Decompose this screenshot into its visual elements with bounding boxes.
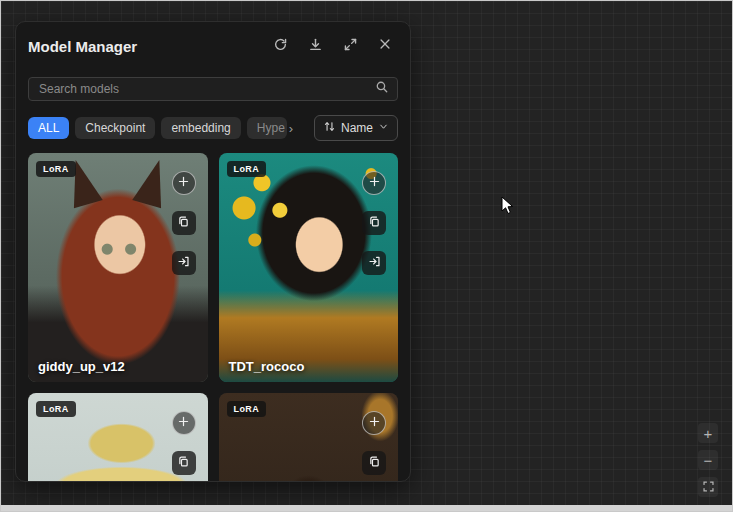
model-type-badge: LoRA <box>36 401 76 417</box>
copy-model-button[interactable] <box>172 451 196 475</box>
expand-button[interactable] <box>337 33 363 59</box>
zoom-in-button[interactable]: + <box>698 423 718 443</box>
plus-icon <box>368 414 381 432</box>
model-card-grid: LoRA giddy_up_v12 LoRA <box>28 153 398 482</box>
refresh-icon <box>273 37 288 56</box>
sort-icon <box>323 120 336 136</box>
fit-view-button[interactable] <box>698 477 718 497</box>
search-bar <box>28 77 398 101</box>
add-model-button[interactable] <box>362 171 386 195</box>
model-name: TDT_rococo <box>229 359 305 374</box>
chevron-down-icon <box>378 121 389 135</box>
download-button[interactable] <box>302 33 328 59</box>
copy-model-button[interactable] <box>362 211 386 235</box>
model-type-badge: LoRA <box>36 161 76 177</box>
panel-title: Model Manager <box>28 38 258 55</box>
copy-model-button[interactable] <box>172 211 196 235</box>
close-button[interactable] <box>372 33 398 59</box>
copy-icon <box>177 454 190 472</box>
filter-chip-all[interactable]: ALL <box>28 117 69 139</box>
add-model-button[interactable] <box>172 411 196 435</box>
filter-chip-hypernetwork[interactable]: Hype <box>247 117 287 139</box>
panel-header: Model Manager <box>28 22 398 70</box>
close-icon <box>378 37 392 55</box>
copy-model-button[interactable] <box>362 451 386 475</box>
copy-icon <box>177 214 190 232</box>
model-name: giddy_up_v12 <box>38 359 125 374</box>
model-manager-panel: Model Manager <box>15 21 411 482</box>
model-type-badge: LoRA <box>227 401 267 417</box>
expand-icon <box>343 37 358 56</box>
search-icon <box>375 80 389 98</box>
chips-overflow-arrow[interactable]: › <box>289 121 293 136</box>
model-card[interactable]: LoRA TDT_rococo <box>219 153 399 382</box>
filter-chip-checkpoint[interactable]: Checkpoint <box>75 117 155 139</box>
import-icon <box>368 254 381 272</box>
model-card[interactable]: LoRA giddy_up_v12 <box>28 153 208 382</box>
plus-icon <box>177 414 190 432</box>
refresh-button[interactable] <box>267 33 293 59</box>
app-window: Model Manager <box>0 0 733 512</box>
sort-label: Name <box>341 121 373 135</box>
add-model-button[interactable] <box>172 171 196 195</box>
add-model-button[interactable] <box>362 411 386 435</box>
sort-dropdown[interactable]: Name <box>314 115 398 141</box>
window-bottom-edge <box>1 505 732 511</box>
canvas-zoom-controls: + − <box>698 423 718 497</box>
plus-icon <box>368 174 381 192</box>
filter-row: ALL Checkpoint embedding Hype › Name <box>28 115 398 141</box>
model-type-badge: LoRA <box>227 161 267 177</box>
filter-chip-embedding[interactable]: embedding <box>161 117 240 139</box>
import-model-button[interactable] <box>362 251 386 275</box>
plus-icon <box>177 174 190 192</box>
import-icon <box>177 254 190 272</box>
model-card[interactable]: LoRA <box>28 393 208 482</box>
model-card[interactable]: LoRA <box>219 393 399 482</box>
download-icon <box>308 37 323 56</box>
search-input[interactable] <box>37 81 375 97</box>
copy-icon <box>368 214 381 232</box>
zoom-out-button[interactable]: − <box>698 450 718 470</box>
import-model-button[interactable] <box>172 251 196 275</box>
fit-view-icon <box>702 480 715 495</box>
copy-icon <box>368 454 381 472</box>
